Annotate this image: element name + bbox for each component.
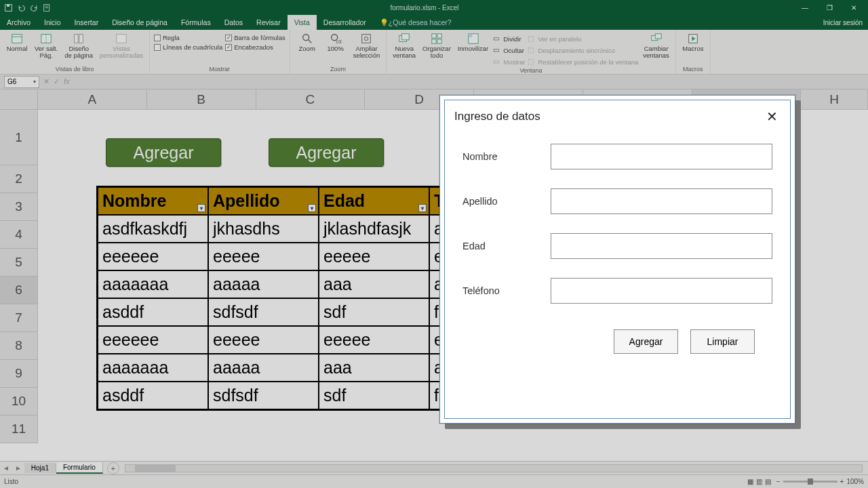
tab-revisar[interactable]: Revisar <box>250 15 288 30</box>
table-header[interactable]: Apellido▾ <box>208 187 319 215</box>
split[interactable]: ▭Dividir <box>493 34 525 43</box>
zoom-button[interactable]: Zoom <box>294 31 320 54</box>
sheet-tab-formulario[interactable]: Formulario <box>56 462 103 474</box>
view-side-by-side[interactable]: ⬚Ver en paralelo <box>528 34 638 43</box>
input-edad[interactable] <box>551 233 772 259</box>
chk-regla[interactable]: Regla <box>154 34 222 41</box>
tab-inicio[interactable]: Inicio <box>37 15 68 30</box>
table-cell[interactable]: aaa <box>319 354 429 382</box>
arrange-all[interactable]: Organizar todo <box>420 31 453 60</box>
confirm-icon[interactable]: ✓ <box>54 77 60 86</box>
add-sheet-button[interactable]: + <box>107 462 119 474</box>
input-apellido[interactable] <box>551 188 772 214</box>
save-icon[interactable] <box>4 3 13 12</box>
table-cell[interactable]: jkhasdhs <box>208 215 319 243</box>
unhide[interactable]: ▭Mostrar <box>493 57 525 66</box>
table-cell[interactable]: eeeeee <box>98 326 208 354</box>
row-header-11[interactable]: 11 <box>0 415 38 443</box>
sheet-nav-next[interactable]: ► <box>12 464 24 472</box>
table-cell[interactable]: asddf <box>98 298 208 326</box>
table-cell[interactable]: eeeee <box>208 326 319 354</box>
filter-icon[interactable]: ▾ <box>197 204 205 212</box>
sheet-nav-prev[interactable]: ◄ <box>0 464 12 472</box>
row-header-9[interactable]: 9 <box>0 360 38 388</box>
view-break-icon[interactable]: ▤ <box>765 478 771 485</box>
chk-enc[interactable]: ✓Encabezados <box>225 43 285 51</box>
input-nombre[interactable] <box>551 144 772 169</box>
col-header-H[interactable]: H <box>801 89 868 110</box>
name-box[interactable]: G6▾ <box>4 76 39 88</box>
maximize-button[interactable]: ❐ <box>818 1 841 14</box>
dialog-limpiar-button[interactable]: Limpiar <box>690 329 755 354</box>
cancel-icon[interactable]: ✕ <box>43 77 50 86</box>
filter-icon[interactable]: ▾ <box>308 204 316 212</box>
zoom-100[interactable]: 100100% <box>323 31 349 54</box>
zoom-in-icon[interactable]: + <box>840 478 844 485</box>
close-icon[interactable]: ✕ <box>764 108 781 125</box>
table-cell[interactable]: aaaaaaa <box>98 354 208 382</box>
row-header-3[interactable]: 3 <box>0 193 38 221</box>
tellme[interactable]: 💡 ¿Qué desea hacer? <box>373 15 458 30</box>
table-cell[interactable]: eeeeee <box>98 243 208 270</box>
zoom-out-icon[interactable]: − <box>776 478 781 485</box>
table-header[interactable]: Edad▾ <box>319 187 429 215</box>
view-layout-icon[interactable]: ▥ <box>756 478 762 485</box>
hide[interactable]: ▭Ocultar <box>493 45 525 55</box>
tab-diseno[interactable]: Diseño de página <box>105 15 174 30</box>
col-header-C[interactable]: C <box>256 89 366 110</box>
row-header-8[interactable]: 8 <box>0 332 38 360</box>
table-cell[interactable]: sdf <box>319 382 429 409</box>
worksheet-button-agregar-1[interactable]: Agregar <box>106 138 221 167</box>
signin[interactable]: Iniciar sesión <box>823 19 868 26</box>
dialog-agregar-button[interactable]: Agregar <box>614 329 678 354</box>
macros-button[interactable]: Macros <box>680 31 706 54</box>
tab-insertar[interactable]: Insertar <box>68 15 106 30</box>
tab-datos[interactable]: Datos <box>218 15 250 30</box>
row-header-10[interactable]: 10 <box>0 388 38 415</box>
tab-vista[interactable]: Vista <box>288 15 317 30</box>
table-cell[interactable]: eeeee <box>319 243 429 270</box>
reset-pos[interactable]: ⬚Restablecer posición de la ventana <box>528 57 638 66</box>
form-icon[interactable] <box>43 3 52 12</box>
sheet-tab-hoja1[interactable]: Hoja1 <box>24 463 56 473</box>
view-custom[interactable]: Vistas personalizadas <box>98 31 145 60</box>
table-cell[interactable]: aaaaa <box>208 354 319 382</box>
col-header-A[interactable]: A <box>38 89 147 110</box>
chk-lineas[interactable]: Líneas de cuadrícula <box>154 43 222 51</box>
row-header-5[interactable]: 5 <box>0 249 38 277</box>
row-header-7[interactable]: 7 <box>0 304 38 332</box>
view-page-layout[interactable]: Diseño de página <box>62 31 95 60</box>
select-all-corner[interactable] <box>0 89 38 110</box>
table-cell[interactable]: sdf <box>319 298 429 326</box>
new-window[interactable]: Nueva ventana <box>391 31 418 60</box>
view-normal-icon[interactable]: ▦ <box>747 478 753 485</box>
switch-windows[interactable]: Cambiar ventanas <box>641 31 671 60</box>
row-header-4[interactable]: 4 <box>0 221 38 249</box>
table-cell[interactable]: sdfsdf <box>208 298 319 326</box>
row-header-6[interactable]: 6 <box>0 277 38 304</box>
chk-barra[interactable]: ✓Barra de fórmulas <box>225 34 285 41</box>
table-cell[interactable]: eeeee <box>208 243 319 270</box>
table-cell[interactable]: eeeee <box>319 326 429 354</box>
redo-icon[interactable] <box>30 3 39 12</box>
table-cell[interactable]: aaa <box>319 270 429 298</box>
table-cell[interactable]: aaaaa <box>208 270 319 298</box>
zoom-selection[interactable]: Ampliar selección <box>351 31 382 60</box>
sync-scroll[interactable]: ⬚Desplazamiento sincrónico <box>528 45 638 55</box>
input-telefono[interactable] <box>551 278 772 304</box>
tab-desarrollador[interactable]: Desarrollador <box>317 15 373 30</box>
tab-archivo[interactable]: Archivo <box>0 15 37 30</box>
table-cell[interactable]: sdfsdf <box>208 382 319 409</box>
table-cell[interactable]: asdfkaskdfj <box>98 215 208 243</box>
worksheet-button-agregar-2[interactable]: Agregar <box>269 138 384 167</box>
view-page-break[interactable]: Ver salt. Pág. <box>33 31 60 60</box>
horizontal-scrollbar[interactable] <box>125 464 863 472</box>
table-cell[interactable]: asddf <box>98 382 208 409</box>
table-cell[interactable]: jklashdfasjk <box>319 215 429 243</box>
row-header-1[interactable]: 1 <box>0 110 38 165</box>
row-header-2[interactable]: 2 <box>0 165 38 193</box>
filter-icon[interactable]: ▾ <box>418 204 427 212</box>
minimize-button[interactable]: — <box>793 1 816 14</box>
col-header-B[interactable]: B <box>147 89 256 110</box>
table-cell[interactable]: aaaaaaa <box>98 270 208 298</box>
